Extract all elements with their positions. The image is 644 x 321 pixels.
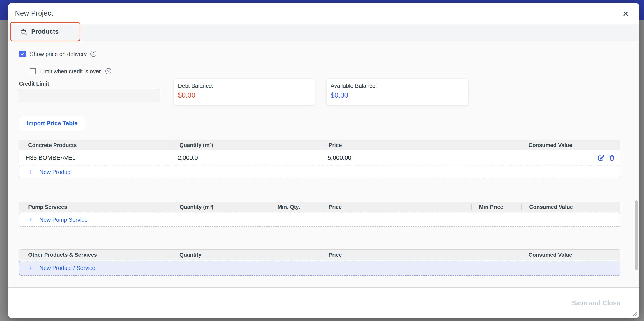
trash-icon [608,154,616,161]
debt-balance-value: $0.00 [178,91,310,99]
column-divider [520,252,521,258]
debt-balance-card: Debt Balance: $0.00 [174,79,315,105]
help-glyph: ? [107,69,109,74]
credit-limit-input[interactable] [19,89,160,102]
show-price-help-icon[interactable]: ? [90,51,96,57]
table-row: H35 BOMBEAVEL 2,000.0 5,000.00 [19,150,620,165]
show-price-checkbox[interactable] [19,50,26,57]
available-balance-value: $0.00 [330,91,464,99]
column-divider [321,252,321,258]
other-table-header: Other Products & Services Quantity Price… [19,250,620,260]
concrete-products-table: Concrete Products Quantity (m³) Price Co… [19,140,620,178]
column-divider [172,204,172,210]
limit-credit-checkbox[interactable] [30,68,36,74]
col-quantity: Quantity (m³) [180,204,213,210]
edit-row-button[interactable] [597,154,605,162]
plus-icon: + [29,217,33,223]
col-min-qty: Min. Qty. [278,204,300,210]
col-other-products: Other Products & Services [28,252,97,258]
close-button[interactable]: ✕ [621,9,631,19]
show-price-label: Show price on delivery [30,50,87,57]
other-products-table: Other Products & Services Quantity Price… [19,250,620,276]
products-panel: Show price on delivery ? Limit when cred… [8,41,639,287]
credit-limit-label: Credit Limit [19,81,49,87]
vertical-scrollbar-thumb[interactable] [635,200,638,270]
col-price: Price [328,142,342,148]
new-pump-service-button[interactable]: + New Pump Service [19,213,620,227]
column-divider [270,204,270,210]
concrete-table-header: Concrete Products Quantity (m³) Price Co… [19,140,620,150]
checkmark-icon [20,52,25,56]
modal-titlebar: New Project ✕ [8,3,639,24]
new-project-modal: New Project ✕ Products [8,3,639,318]
tab-products-label: Products [31,28,58,35]
new-pump-service-label: New Pump Service [40,217,88,223]
col-pump-services: Pump Services [28,204,67,210]
close-icon: ✕ [622,9,629,18]
help-glyph: ? [92,52,94,56]
column-divider [172,142,172,148]
col-price: Price [328,252,342,258]
new-product-label: New Product [40,169,72,175]
pump-services-table: Pump Services Quantity (m³) Min. Qty. Pr… [19,202,620,227]
save-and-close-button[interactable]: Save and Close [572,299,620,307]
plus-icon: + [29,265,33,272]
column-divider [321,142,321,148]
new-product-service-button[interactable]: + New Product / Service [19,261,620,276]
new-product-button[interactable]: + New Product [19,166,620,178]
col-price: Price [328,204,342,210]
import-price-table-button[interactable]: Import Price Table [19,116,85,131]
col-consumed-value: Consumed Value [529,204,573,210]
row-quantity: 2,000.0 [178,154,198,161]
col-quantity: Quantity [180,252,201,258]
delete-row-button[interactable] [608,154,616,162]
modal-footer: Save and Close [8,287,639,318]
modal-title: New Project [15,9,53,17]
tab-bar [8,24,639,41]
import-price-table-label: Import Price Table [27,120,78,127]
tab-products[interactable]: Products [10,22,80,41]
col-concrete-products: Concrete Products [28,142,77,148]
column-divider [520,142,521,148]
resize-grip-icon [630,309,638,317]
limit-credit-label: Limit when credit is over [40,68,101,75]
plus-icon: + [29,169,33,175]
row-actions [597,154,616,162]
pump-table-header: Pump Services Quantity (m³) Min. Qty. Pr… [19,202,620,212]
basket-plus-icon [20,27,28,36]
col-consumed-value: Consumed Value [528,252,572,258]
row-product-name: H35 BOMBEAVEL [26,154,76,161]
available-balance-card: Available Balance: $0.00 [326,79,468,105]
column-divider [321,204,321,210]
resize-handle[interactable] [630,309,638,317]
column-divider [521,204,522,210]
col-min-price: Min Price [479,204,503,210]
column-divider [172,252,172,258]
edit-icon [597,154,605,162]
row-price: 5,000.00 [328,154,352,161]
screen: New Project ✕ Products [0,0,644,321]
limit-credit-help-icon[interactable]: ? [105,68,112,74]
col-consumed-value: Consumed Value [528,142,572,148]
column-divider [471,204,472,210]
debt-balance-label: Debt Balance: [178,83,310,89]
col-quantity: Quantity (m³) [180,142,213,148]
available-balance-label: Available Balance: [330,83,464,89]
new-product-service-label: New Product / Service [40,265,95,271]
